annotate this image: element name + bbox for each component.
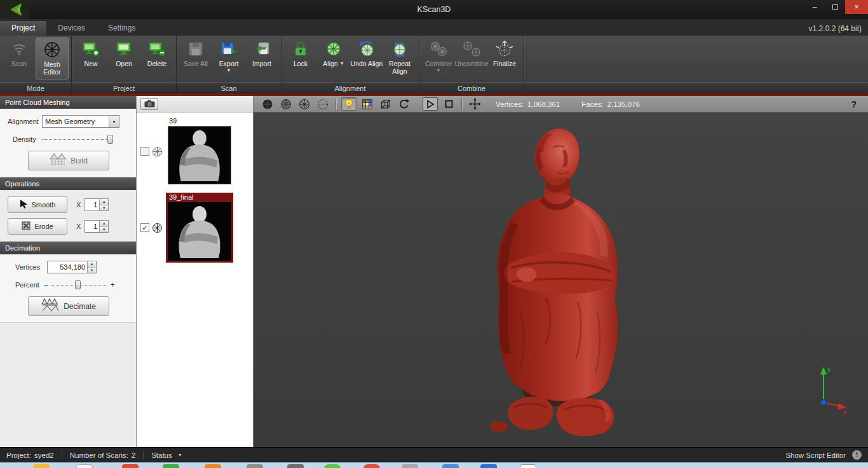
alignment-dropdown[interactable]: Mesh Geometry ▼ (42, 115, 119, 128)
taskbar-app-icon[interactable] (76, 464, 93, 468)
import-button[interactable]: Import (245, 38, 278, 79)
spin-down-icon[interactable]: ▼ (88, 268, 96, 273)
close-button[interactable]: × (845, 0, 868, 14)
taskbar-app-icon[interactable] (324, 464, 341, 468)
rotate-icon (398, 99, 410, 110)
undo-align-button[interactable]: Undo Align (350, 38, 383, 79)
group-label-alignment: Alignment (281, 82, 419, 94)
alignment-label: Alignment (8, 118, 42, 125)
snapshot-button[interactable] (140, 98, 158, 110)
delete-project-button[interactable]: Delete (140, 38, 173, 79)
toolbar-separator (336, 99, 336, 110)
uncombine-button[interactable]: Uncombine (455, 38, 488, 79)
rotate-view-button[interactable] (397, 97, 412, 111)
new-project-button[interactable]: New (74, 38, 107, 79)
play-button[interactable] (423, 97, 438, 111)
uncombine-icon (463, 39, 480, 59)
taskbar-app-icon[interactable] (247, 464, 263, 468)
taskbar-app-icon[interactable] (363, 464, 380, 468)
pan-move-button[interactable] (467, 97, 482, 111)
spin-up-icon[interactable]: ▲ (88, 261, 96, 268)
lighting-button[interactable] (341, 97, 356, 111)
notification-icon[interactable]: ! (852, 450, 862, 460)
mesh-editor-icon (44, 40, 60, 59)
render-solid-button[interactable] (260, 97, 275, 111)
bounding-box-button[interactable] (378, 97, 393, 111)
taskbar-app-icon[interactable] (163, 464, 179, 468)
erode-count-stepper[interactable]: 1 ▲ ▼ (85, 220, 109, 233)
move-cross-icon (469, 98, 481, 110)
scan-count-label: Number of Scans: (70, 451, 128, 459)
taskbar-app-icon[interactable] (287, 464, 304, 468)
help-button[interactable]: ? (851, 99, 857, 109)
smooth-button[interactable]: Smooth (8, 196, 67, 213)
scan-thumbnail-image[interactable] (168, 202, 231, 261)
scan-wifi-icon (11, 39, 27, 59)
taskbar-app-icon[interactable] (33, 464, 50, 468)
density-slider[interactable] (42, 134, 113, 144)
finalize-icon (496, 39, 513, 59)
spin-down-icon[interactable]: ▼ (100, 227, 108, 233)
scan-list: 39 ✓ (137, 113, 253, 269)
taskbar-app-icon[interactable] (122, 464, 139, 468)
open-project-button[interactable]: Open (107, 38, 140, 79)
lock-button[interactable]: Lock (284, 38, 317, 79)
erode-button[interactable]: Erode (8, 218, 67, 235)
title-bar: KScan3D – × (0, 0, 868, 19)
scan-visibility-checkbox[interactable] (140, 147, 149, 156)
tab-devices[interactable]: Devices (46, 21, 97, 36)
repeat-align-button[interactable]: Repeat Align (383, 38, 416, 79)
combine-dropdown-caret-icon[interactable]: ▼ (437, 68, 441, 72)
align-dropdown-caret-icon[interactable]: ▼ (340, 61, 344, 65)
tab-project[interactable]: Project (0, 21, 46, 36)
scan-list-item: 39 (140, 116, 253, 186)
undo-align-icon (358, 39, 375, 59)
export-button[interactable]: Export ▼ (212, 38, 245, 79)
taskbar-app-icon[interactable] (480, 464, 497, 468)
dropdown-caret-icon[interactable]: ▼ (109, 116, 119, 127)
vertices-field[interactable]: ▲ ▼ (47, 261, 97, 273)
build-button[interactable]: Build (28, 151, 109, 170)
taskbar-app-icon[interactable] (205, 464, 221, 468)
status-dropdown[interactable]: Status ▼ (151, 451, 182, 459)
maximize-button[interactable] (825, 0, 845, 14)
delete-monitor-icon (148, 39, 166, 59)
scanned-model-mesh[interactable] (451, 120, 679, 439)
scan-thumbnail-block[interactable]: 39 (166, 116, 233, 186)
tab-settings[interactable]: Settings (97, 21, 147, 36)
taskbar-app-icon[interactable] (402, 464, 418, 468)
smooth-count-stepper[interactable]: 1 ▲ ▼ (85, 198, 109, 211)
3d-canvas[interactable]: y x (254, 113, 868, 447)
scan-thumbnail-block-selected[interactable]: 39_final (166, 193, 233, 263)
spin-up-icon[interactable]: ▲ (100, 199, 108, 205)
density-slider-handle[interactable] (107, 135, 113, 144)
taskbar-app-icon[interactable] (520, 464, 536, 468)
play-icon (426, 100, 435, 109)
vertices-input[interactable] (48, 261, 87, 273)
render-points-button[interactable] (315, 97, 330, 111)
percent-slider-handle[interactable] (75, 280, 81, 289)
stop-button[interactable] (441, 97, 456, 111)
finalize-button[interactable]: Finalize (488, 38, 521, 79)
show-script-editor-button[interactable]: Show Script Editor (785, 451, 846, 459)
mesh-editor-button[interactable]: Mesh Editor (36, 38, 69, 79)
render-wireframe-button[interactable] (297, 97, 312, 111)
scan-mode-button[interactable]: Scan (3, 38, 36, 79)
save-all-button[interactable]: Save All (179, 38, 212, 79)
section-header-point-cloud-meshing: Point Cloud Meshing (0, 96, 136, 109)
minimize-button[interactable]: – (804, 0, 825, 14)
percent-slider[interactable] (51, 280, 107, 290)
texture-color-button[interactable] (360, 97, 375, 111)
combine-button[interactable]: Combine ▼ (422, 38, 455, 79)
export-dropdown-caret-icon[interactable]: ▼ (227, 68, 231, 72)
decimate-button[interactable]: Decimate (28, 296, 109, 316)
erode-x-label: X (76, 223, 81, 230)
scan-thumbnail-image[interactable] (168, 126, 231, 184)
taskbar-app-icon[interactable] (442, 464, 459, 468)
spin-up-icon[interactable]: ▲ (100, 221, 108, 227)
spin-down-icon[interactable]: ▼ (100, 205, 108, 211)
render-shaded-button[interactable] (278, 97, 294, 111)
align-button[interactable]: Align ▼ (317, 38, 350, 79)
scan-visibility-checkbox[interactable]: ✓ (140, 223, 149, 232)
operations-section: Smooth X 1 ▲ ▼ (0, 190, 136, 242)
